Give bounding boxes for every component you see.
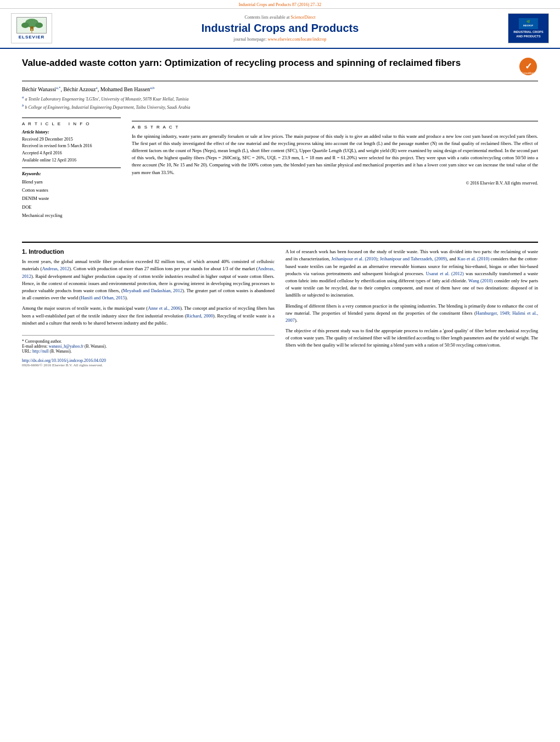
journal-title: Industrial Crops and Products [60, 22, 500, 35]
body-content: 1. Introduction In recent years, the glo… [0, 248, 560, 378]
accepted-date: Accepted 4 April 2016 [22, 150, 121, 157]
keywords-label: Keywords: [22, 171, 121, 176]
journal-logo-container: 🌿 INDCROP INDUSTRIAL CROPS AND PRODUCTS [505, 13, 549, 43]
abstract-header: A B S T R A C T [132, 121, 538, 130]
abstract-col: A B S T R A C T In the spinning industry… [132, 118, 538, 220]
keyword-5: Mechanical recycling [22, 211, 121, 220]
main-divider [22, 242, 538, 243]
article-info-header: A R T I C L E I N F O [22, 121, 121, 126]
abstract-section: A B S T R A C T In the spinning industry… [132, 118, 538, 186]
received-date: Received 29 December 2015 [22, 136, 121, 143]
svg-point-3 [21, 23, 29, 28]
contents-line: Contents lists available at ScienceDirec… [60, 15, 500, 20]
keywords-section: Keywords: Blend yarn Cotton wastes DENIM… [22, 168, 121, 220]
body-left-col: 1. Introduction In recent years, the glo… [22, 248, 275, 367]
copyright: © 2016 Elsevier B.V. All rights reserved… [132, 181, 538, 186]
article-title-section: Value-added waste cotton yarn: Optimizat… [22, 57, 538, 81]
ref-anne[interactable]: Anne et al., 2006 [148, 305, 180, 311]
ref-andreas-2012a[interactable]: Andreas, 2012 [42, 266, 69, 271]
keyword-3: DENIM waste [22, 194, 121, 203]
author2: Béchir Azzouz [63, 86, 96, 92]
available-date: Available online 12 April 2016 [22, 157, 121, 164]
svg-text:✓: ✓ [525, 62, 532, 71]
body-para-right-2: Blending of different fibers is a very c… [285, 303, 538, 325]
affiliations: a a Textile Laboratory Engeneering 'LGTe… [22, 94, 538, 110]
ref-jeihanipour2010[interactable]: Jeihanipour et al. (2010) [332, 256, 378, 261]
authors-line: Béchir Wanassia,*, Béchir Azzouza, Moham… [22, 86, 538, 92]
ref-richard[interactable]: Richard, 2000 [187, 313, 214, 319]
article-history-label: Article history: [22, 130, 121, 135]
article-title: Value-added waste cotton yarn: Optimizat… [22, 57, 513, 69]
sciencedirect-link[interactable]: ScienceDirect [291, 15, 316, 20]
svg-point-4 [35, 23, 43, 28]
paper-content: Value-added waste cotton yarn: Optimizat… [0, 49, 560, 236]
ref-usarat[interactable]: Usarat et al. (2012) [426, 271, 464, 276]
keyword-4: DOE [22, 203, 121, 211]
svg-text:CrossMark: CrossMark [522, 71, 535, 75]
url-link[interactable]: http://null [32, 349, 49, 354]
article-info-col: A R T I C L E I N F O Article history: R… [22, 118, 121, 220]
body-para-right-3: The objective of this present study was … [285, 327, 538, 349]
ref-meyabadi[interactable]: Meyabadi and Dadashian, 2012 [123, 288, 183, 293]
crossmark-logo: ✓ CrossMark [519, 57, 538, 76]
abstract-text: In the spinning industry, waste yarns ar… [132, 133, 538, 176]
revised-date: Received in revised form 5 March 2016 [22, 143, 121, 150]
corresponding-note: * Corresponding author. [22, 339, 275, 344]
homepage-line: journal homepage: www.elsevier.com/locat… [60, 37, 500, 42]
elsevier-text: ELSEVIER [19, 35, 45, 40]
keyword-2: Cotton wastes [22, 186, 121, 194]
section1-title: 1. Introduction [22, 248, 275, 255]
journal-center-info: Contents lists available at ScienceDirec… [60, 15, 500, 42]
svg-point-5 [31, 29, 33, 31]
ref-hamburger[interactable]: Hamburger, 1949; Halimi et al., 2007 [285, 310, 538, 323]
body-right-col: A lot of research work has been focused … [285, 248, 538, 367]
ref-hanifi[interactable]: Hanifi and Orhan, 2015 [81, 295, 125, 300]
elsevier-logo: ELSEVIER [11, 13, 52, 43]
journal-logo: 🌿 INDCROP INDUSTRIAL CROPS AND PRODUCTS [508, 13, 549, 43]
footnote-area: * Corresponding author. E-mail address: … [22, 335, 275, 354]
ref-wang[interactable]: Wang (2010) [468, 278, 493, 283]
url-note: URL: http://null (B. Wanassi). [22, 349, 275, 354]
ref-jeihanipour2009[interactable]: Jeihanipour and Taherzadeh, (2009) [380, 256, 447, 261]
doi-line: http://dx.doi.org/10.1016/j.indcrop.2016… [22, 358, 275, 363]
article-info-box: A R T I C L E I N F O Article history: R… [22, 118, 121, 164]
journal-citation-bar: Industrial Crops and Products 87 (2016) … [0, 0, 560, 9]
author3: Mohamed Ben Hassen [100, 86, 150, 92]
journal-citation-text: Industrial Crops and Products 87 (2016) … [239, 2, 322, 7]
body-para-right-1: A lot of research work has been focused … [285, 248, 538, 299]
svg-text:🌿: 🌿 [527, 20, 530, 24]
keyword-1: Blend yarn [22, 178, 121, 186]
ref-kuo[interactable]: Kuo et al. (2010) [457, 256, 490, 261]
email-link[interactable]: wanassi_h@yahoo.fr [49, 344, 83, 349]
issn-line: 0926-6690/© 2016 Elsevier B.V. All right… [22, 363, 275, 367]
info-abstract-section: A R T I C L E I N F O Article history: R… [22, 118, 538, 220]
email-note: E-mail address: wanassi_h@yahoo.fr (B. W… [22, 344, 275, 349]
body-para-1: In recent years, the global annual texti… [22, 258, 275, 302]
elsevier-logo-image [16, 17, 47, 34]
doi-link[interactable]: http://dx.doi.org/10.1016/j.indcrop.2016… [22, 358, 106, 363]
homepage-url[interactable]: www.elsevier.com/locate/indcrop [267, 37, 326, 42]
svg-text:INDCROP: INDCROP [523, 24, 534, 27]
body-para-2: Among the major sources of textile waste… [22, 305, 275, 327]
elsevier-logo-container: ELSEVIER [11, 13, 55, 43]
journal-header: ELSEVIER Contents lists available at Sci… [0, 9, 560, 49]
author1: Béchir Wanassi [22, 86, 56, 92]
body-two-col: 1. Introduction In recent years, the glo… [22, 248, 538, 367]
